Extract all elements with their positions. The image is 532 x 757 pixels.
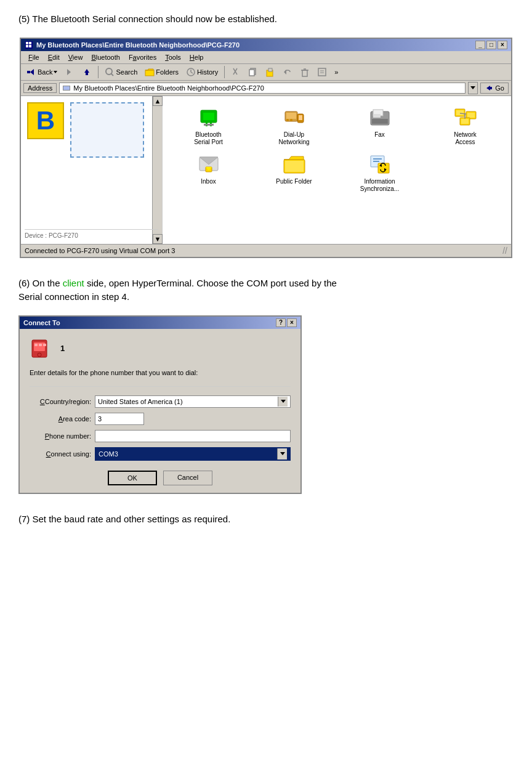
dialup-icon [283,105,306,129]
icon-network-access[interactable]: NetworkAccess [425,105,505,146]
device-label: Device : PCG-F270 [25,229,158,239]
svg-rect-56 [461,119,469,124]
go-button[interactable]: Go [480,83,509,94]
country-dropdown-arrow[interactable] [278,397,288,407]
ok-button[interactable]: OK [108,471,157,485]
dialog-icon-row: 1 [30,336,291,361]
svg-rect-20 [249,70,254,76]
svg-rect-46 [299,115,302,120]
minimize-btn[interactable]: _ [475,41,485,49]
toolbar-delete[interactable] [297,65,313,79]
dialog-title-text: Connect To [23,319,60,326]
toolbar-properties[interactable] [314,65,330,79]
address-input[interactable]: My Bluetooth Places\Entire Bluetooth Nei… [59,83,465,94]
toolbar-search[interactable]: Search [102,65,140,79]
svg-rect-22 [268,68,272,71]
menu-help[interactable]: Help [186,52,208,62]
area-code-input[interactable]: 3 [95,413,144,425]
country-select[interactable]: United States of America (1) [95,395,291,408]
toolbar-history[interactable]: History [183,65,221,79]
svg-rect-12 [145,70,154,76]
back-arrow [54,71,57,73]
svg-rect-24 [302,70,307,76]
phone-number-input[interactable] [95,430,291,442]
dialog-description: Enter details for the phone number that … [30,368,291,378]
phone-icon [30,336,54,361]
icon-fax[interactable]: Fax [340,105,419,146]
public-folder-label: Public Folder [276,178,312,185]
cancel-button[interactable]: Cancel [163,471,212,485]
dialog-help-btn[interactable]: ? [276,318,286,327]
toolbar-more[interactable]: » [331,67,341,78]
svg-rect-27 [318,68,326,76]
address-dropdown[interactable] [468,82,478,94]
menu-bluetooth[interactable]: Bluetooth [87,52,124,62]
bluetooth-symbol: B [33,103,58,137]
svg-rect-76 [39,344,42,346]
svg-rect-50 [373,114,381,118]
icon-grid: BluetoothSerial Port Dia [169,105,505,193]
country-label: CCountry/region: [30,398,91,405]
svg-marker-32 [486,86,490,91]
dialog-titlebar: Connect To ? × [20,317,300,329]
svg-rect-2 [29,42,31,44]
left-scrollbar[interactable]: ▲ ▼ [152,96,162,244]
dialog-close-btn[interactable]: × [287,318,297,327]
toolbar-up[interactable] [79,66,95,78]
window-icon [25,41,33,49]
toolbar-undo[interactable] [280,65,296,79]
public-folder-icon [283,152,306,176]
svg-rect-4 [29,45,31,47]
menubar: File Edit View Bluetooth Favorites Tools… [21,51,511,64]
icon-info-sync[interactable]: InformationSynchroniza... [340,152,419,193]
titlebar-text: My Bluetooth Places\Entire Bluetooth Nei… [36,41,240,49]
network-access-icon [454,105,477,129]
serial-port-label: BluetoothSerial Port [194,131,223,146]
icon-public-folder[interactable]: Public Folder [254,152,334,193]
svg-rect-68 [373,161,379,162]
dialup-label: Dial-UpNetworking [278,131,309,146]
com-arrow-icon [280,452,285,455]
info-sync-icon [368,152,392,176]
fax-label: Fax [374,131,385,139]
serial-port-icon [197,105,220,129]
toolbar-back[interactable]: Back [23,66,60,78]
window-controls: _ □ × [475,41,507,49]
statusbar-text: Connected to PCG-F270 using Virtual COM … [25,247,175,254]
back-label: Back [38,68,52,76]
menu-view[interactable]: View [65,52,87,62]
svg-rect-6 [27,71,30,73]
statusbar-grip: // [502,246,507,256]
scroll-up[interactable]: ▲ [153,96,163,106]
com-dropdown-arrow[interactable] [277,448,287,459]
connect-using-select[interactable]: COM3 [95,447,291,461]
svg-rect-77 [43,344,46,346]
toolbar-paste[interactable] [262,65,278,79]
svg-rect-31 [63,86,70,90]
dropdown-arrow [470,86,475,89]
toolbar-copy[interactable] [245,65,261,79]
explorer-titlebar: My Bluetooth Places\Entire Bluetooth Nei… [21,39,511,51]
close-btn[interactable]: × [498,41,507,49]
menu-edit[interactable]: Edit [44,52,63,62]
svg-rect-54 [467,113,475,118]
dialog-separator [30,386,291,387]
icon-dialup-networking[interactable]: Dial-UpNetworking [254,105,334,146]
area-code-row: Area code: 3 [30,413,291,425]
address-label: Address [23,83,57,93]
toolbar-folders[interactable]: Folders [142,66,182,78]
svg-rect-40 [204,124,214,126]
svg-rect-9 [86,72,88,75]
connect-using-row: Connect using: COM3 [30,447,291,461]
svg-rect-33 [490,87,492,89]
toolbar-forward[interactable] [62,66,78,78]
menu-file[interactable]: File [25,52,43,62]
menu-favorites[interactable]: Favorites [125,52,160,62]
menu-tools[interactable]: Tools [161,52,185,62]
icon-inbox[interactable]: Inbox [169,152,248,193]
svg-line-11 [111,73,113,76]
maximize-btn[interactable]: □ [486,41,496,49]
country-row: CCountry/region: United States of Americ… [30,395,291,408]
toolbar-cut[interactable] [228,65,244,79]
icon-bluetooth-serial-port[interactable]: BluetoothSerial Port [169,105,248,146]
